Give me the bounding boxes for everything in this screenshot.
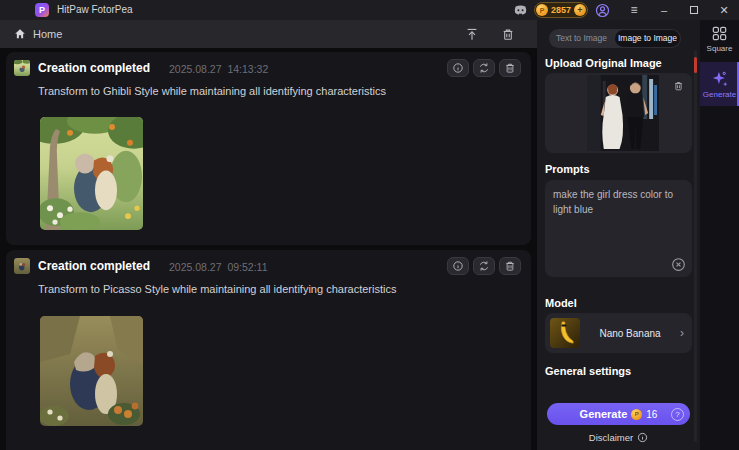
sparkle-icon <box>711 70 728 87</box>
model-thumbnail <box>550 318 580 348</box>
coin-balance-badge[interactable]: P 2857 + <box>534 2 588 18</box>
add-coins-button[interactable]: + <box>574 4 586 16</box>
home-tab-label: Home <box>33 28 62 40</box>
creation-history-list: Creation completed 2025.08.27 14:13:32 <box>0 48 537 450</box>
entry-thumbnail-avatar <box>14 60 30 76</box>
app-window: P HitPaw FotorPea P 2857 + ≡ – ✕ <box>0 0 739 450</box>
maximize-button[interactable] <box>684 0 704 20</box>
entry-prompt-text: Transform to Ghibli Style while maintain… <box>38 85 386 97</box>
model-selector[interactable]: Nano Banana › <box>545 313 692 353</box>
mode-tabs: Text to Image Image to Image <box>549 29 681 48</box>
entry-info-button[interactable] <box>447 59 469 77</box>
prompts-section-title: Prompts <box>545 163 590 175</box>
home-icon <box>14 28 26 40</box>
entry-status: Creation completed <box>38 259 150 273</box>
title-bar: P HitPaw FotorPea P 2857 + ≡ – ✕ <box>0 0 739 20</box>
clear-history-trash-icon[interactable] <box>501 27 515 42</box>
generation-panel: Text to Image Image to Image Upload Orig… <box>537 20 700 450</box>
generate-cost: 16 <box>646 409 657 420</box>
sidebar-item-square[interactable]: Square <box>700 26 739 66</box>
discord-button[interactable] <box>510 0 530 20</box>
app-title: HitPaw FotorPea <box>57 0 133 20</box>
entry-delete-button[interactable] <box>499 257 521 275</box>
tab-image-to-image[interactable]: Image to Image <box>615 30 680 47</box>
sidebar-square-label: Square <box>707 44 733 53</box>
tab-bar: Home <box>0 20 537 48</box>
clear-circle-icon <box>671 257 686 272</box>
tab-text-to-image[interactable]: Text to Image <box>549 29 614 48</box>
prompt-text: make the girl dress color to light blue <box>553 189 673 215</box>
maximize-icon <box>690 6 698 14</box>
generate-button[interactable]: Generate P 16 ? <box>547 403 690 425</box>
menu-button[interactable]: ≡ <box>624 0 644 20</box>
coin-icon: P <box>536 4 548 16</box>
entry-timestamp: 2025.08.27 09:52:11 <box>169 261 267 273</box>
close-button[interactable]: ✕ <box>714 0 734 20</box>
model-section-title: Model <box>545 297 577 309</box>
user-icon <box>595 3 610 18</box>
prompt-input[interactable]: make the girl dress color to light blue <box>545 180 692 277</box>
entry-info-button[interactable] <box>447 257 469 275</box>
info-icon <box>452 62 464 74</box>
generate-help-button[interactable]: ? <box>671 408 684 421</box>
account-button[interactable] <box>592 0 612 20</box>
entry-status: Creation completed <box>38 61 150 75</box>
remove-uploaded-image-button[interactable] <box>673 80 684 92</box>
coin-balance: 2857 <box>548 5 574 15</box>
generated-image-picasso[interactable] <box>40 316 143 426</box>
uploaded-photo <box>587 75 659 151</box>
sidebar-generate-label: Generate <box>703 90 736 99</box>
panel-scrollbar-thumb[interactable] <box>694 57 697 73</box>
generated-image-ghibli[interactable] <box>40 117 143 230</box>
tab-home[interactable]: Home <box>14 20 62 48</box>
entry-timestamp: 2025.08.27 14:13:32 <box>169 63 268 75</box>
upload-original-image-area[interactable] <box>545 73 692 153</box>
squares-icon <box>712 26 727 41</box>
entry-prompt-text: Transform to Picasso Style while maintai… <box>38 283 396 295</box>
trash-icon <box>673 80 684 92</box>
panel-scrollbar-track <box>694 50 697 442</box>
entry-delete-button[interactable] <box>499 59 521 77</box>
minimize-button[interactable]: – <box>654 0 674 20</box>
entry-regenerate-button[interactable] <box>473 257 495 275</box>
model-name: Nano Banana <box>580 328 680 339</box>
coin-icon: P <box>631 409 642 420</box>
creation-entry: Creation completed 2025.08.27 14:13:32 <box>6 52 531 245</box>
generate-button-label: Generate <box>580 408 628 420</box>
regenerate-icon <box>478 260 490 272</box>
app-logo-icon: P <box>35 3 49 17</box>
regenerate-icon <box>478 62 490 74</box>
trash-icon <box>504 62 516 74</box>
entry-regenerate-button[interactable] <box>473 59 495 77</box>
general-settings-title: General settings <box>545 365 631 377</box>
chevron-right-icon: › <box>680 327 684 339</box>
disclaimer-label: Disclaimer <box>589 432 633 443</box>
clear-prompt-button[interactable] <box>671 257 686 272</box>
upload-section-title: Upload Original Image <box>545 57 662 69</box>
creation-entry: Creation completed 2025.08.27 09:52:11 <box>6 250 531 450</box>
discord-icon <box>513 4 528 16</box>
info-icon <box>637 432 648 443</box>
entry-thumbnail-avatar <box>14 258 30 274</box>
disclaimer-link[interactable]: Disclaimer <box>537 432 700 443</box>
right-sidebar: Square Generate <box>700 20 739 450</box>
trash-icon <box>504 260 516 272</box>
export-top-icon[interactable] <box>465 27 479 42</box>
sidebar-item-generate[interactable]: Generate <box>700 62 739 106</box>
info-icon <box>452 260 464 272</box>
